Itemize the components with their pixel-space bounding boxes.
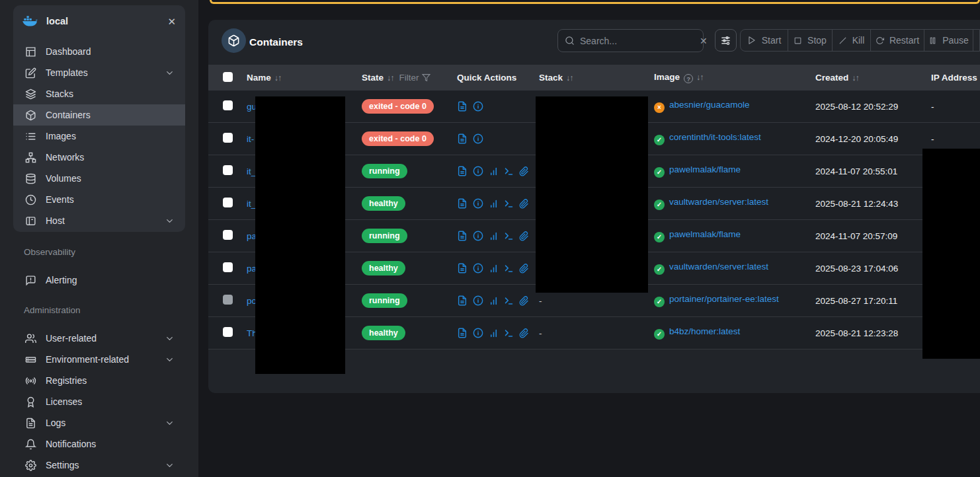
attach-icon[interactable] [519, 231, 529, 241]
kill-button[interactable]: Kill [833, 30, 871, 51]
inspect-icon[interactable] [473, 295, 483, 306]
attach-icon[interactable] [519, 264, 529, 274]
edit-icon [25, 67, 36, 79]
column-header-state[interactable]: State↓↑Filter [362, 73, 457, 83]
logs-icon[interactable] [457, 328, 468, 338]
table-settings-button[interactable] [715, 29, 737, 52]
console-icon[interactable] [504, 231, 514, 241]
chevron-down-icon[interactable] [165, 355, 175, 365]
sidebar-item-networks[interactable]: Networks [13, 147, 185, 168]
attach-icon[interactable] [519, 166, 529, 176]
image-link[interactable]: corentinth/it-tools:latest [669, 132, 761, 142]
sidebar-item-user-related[interactable]: User-related [13, 328, 185, 349]
image-link[interactable]: abesnier/guacamole [669, 100, 750, 110]
chevron-down-icon[interactable] [165, 216, 175, 226]
state-badge: running [362, 293, 407, 308]
logs-icon[interactable] [457, 101, 468, 112]
sidebar-item-registries[interactable]: Registries [13, 370, 185, 391]
image-link[interactable]: vaultwarden/server:latest [669, 197, 768, 207]
container-name-link[interactable]: it- [247, 134, 254, 144]
start-button[interactable]: Start [741, 30, 788, 51]
logs-icon[interactable] [457, 133, 468, 144]
image-link[interactable]: vaultwarden/server:latest [669, 262, 768, 272]
sidebar-item-events[interactable]: Events [13, 189, 185, 210]
inspect-icon[interactable] [473, 166, 483, 176]
sidebar-item-logs[interactable]: Logs [13, 412, 185, 433]
stats-icon[interactable] [489, 296, 499, 306]
logs-icon[interactable] [457, 198, 468, 209]
sidebar-item-containers[interactable]: Containers [13, 104, 185, 126]
image-help-icon[interactable]: ? [684, 74, 693, 83]
sidebar-item-dashboard[interactable]: Dashboard [13, 41, 185, 62]
stats-icon[interactable] [489, 231, 499, 241]
stop-button[interactable]: Stop [788, 30, 833, 51]
row-checkbox[interactable] [223, 230, 233, 240]
search-box: ✕ [557, 29, 704, 52]
state-badge: healthy [362, 196, 405, 211]
sidebar-item-licenses[interactable]: Licenses [13, 391, 185, 412]
sidebar-item-label: Settings [46, 460, 165, 470]
restart-button[interactable]: Restart [871, 30, 924, 51]
console-icon[interactable] [504, 328, 514, 338]
close-icon[interactable]: ✕ [167, 17, 176, 26]
sidebar-item-notifications[interactable]: Notifications [13, 433, 185, 455]
pause-button[interactable]: Pause [924, 30, 973, 51]
inspect-icon[interactable] [473, 263, 483, 274]
search-input[interactable] [580, 36, 700, 46]
stats-icon[interactable] [489, 264, 499, 274]
image-link[interactable]: pawelmalak/flame [669, 229, 741, 239]
image-link[interactable]: pawelmalak/flame [669, 165, 741, 174]
sidebar-item-images[interactable]: Images [13, 126, 185, 147]
column-header-image[interactable]: Image?↓↑ [654, 72, 815, 84]
row-checkbox[interactable] [223, 100, 233, 110]
image-link[interactable]: portainer/portainer-ee:latest [669, 294, 779, 304]
inspect-icon[interactable] [473, 328, 483, 338]
row-checkbox[interactable] [223, 327, 233, 337]
column-header-ip[interactable]: IP Address [931, 73, 980, 83]
chevron-down-icon[interactable] [165, 460, 175, 470]
logs-icon[interactable] [457, 295, 468, 306]
cutoff-button[interactable] [973, 30, 979, 51]
stats-icon[interactable] [489, 328, 499, 338]
sidebar-item-label: Containers [46, 110, 175, 120]
select-all-checkbox[interactable] [223, 72, 233, 82]
chevron-down-icon[interactable] [165, 68, 175, 78]
attach-icon[interactable] [519, 296, 529, 306]
state-filter-control[interactable]: Filter [399, 73, 430, 83]
chevron-down-icon[interactable] [165, 418, 175, 428]
chevron-down-icon[interactable] [165, 334, 175, 344]
sidebar-item-stacks[interactable]: Stacks [13, 83, 185, 104]
search-clear-icon[interactable]: ✕ [700, 36, 708, 46]
logs-icon[interactable] [457, 231, 468, 241]
sidebar-item-volumes[interactable]: Volumes [13, 168, 185, 189]
stats-icon[interactable] [489, 166, 499, 176]
sidebar-item-environment-related[interactable]: Environment-related [13, 349, 185, 370]
row-checkbox[interactable] [223, 262, 233, 272]
inspect-icon[interactable] [473, 231, 483, 241]
image-link[interactable]: b4bz/homer:latest [669, 326, 740, 336]
attach-icon[interactable] [519, 328, 529, 338]
console-icon[interactable] [504, 199, 514, 209]
console-icon[interactable] [504, 264, 514, 274]
slash-icon [838, 36, 847, 45]
inspect-icon[interactable] [473, 133, 483, 144]
sidebar-item-templates[interactable]: Templates [13, 62, 185, 83]
sidebar-item-settings[interactable]: Settings [13, 455, 185, 476]
sidebar: local ✕ Dashboard Templates Stacks Conta… [0, 0, 198, 477]
sidebar-item-host[interactable]: Host [13, 210, 185, 231]
logs-icon[interactable] [457, 166, 468, 176]
column-header-created[interactable]: Created↓↑ [815, 73, 931, 83]
console-icon[interactable] [504, 166, 514, 176]
row-checkbox[interactable] [223, 133, 233, 143]
logs-icon[interactable] [457, 263, 468, 274]
attach-icon[interactable] [519, 199, 529, 209]
stats-icon[interactable] [489, 199, 499, 209]
inspect-icon[interactable] [473, 101, 483, 112]
inspect-icon[interactable] [473, 198, 483, 209]
column-header-stack[interactable]: Stack↓↑ [539, 73, 654, 83]
row-checkbox[interactable] [223, 165, 233, 175]
row-checkbox[interactable] [223, 198, 233, 207]
sidebar-item-alerting[interactable]: Alerting [13, 270, 185, 291]
console-icon[interactable] [504, 296, 514, 306]
column-header-name[interactable]: Name↓↑ [247, 73, 362, 83]
